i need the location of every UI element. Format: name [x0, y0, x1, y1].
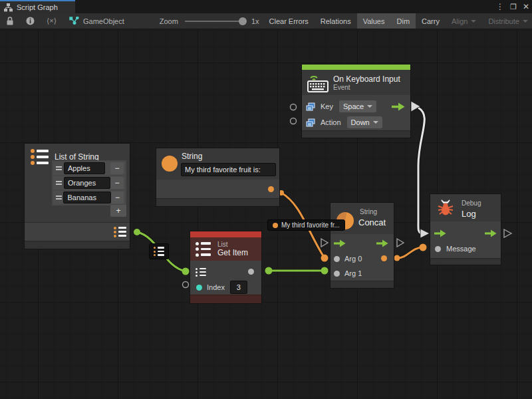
list-icon — [196, 242, 211, 257]
list-item-input[interactable]: Oranges — [64, 177, 110, 189]
graph-canvas[interactable]: On Keyboard Input Event Key Space — [0, 29, 532, 399]
bug-icon — [436, 198, 456, 217]
window-maximize-icon[interactable]: ❐ — [510, 3, 517, 11]
list-item-value: Oranges — [68, 179, 96, 187]
list-item-row: Bananas − — [53, 191, 125, 204]
clear-errors-button[interactable]: Clear Errors — [263, 13, 315, 29]
zoom-slider-handle[interactable] — [239, 17, 247, 25]
remove-item-button[interactable]: − — [110, 177, 124, 189]
wire-endpoint[interactable] — [321, 255, 329, 262]
chevron-down-icon — [523, 20, 528, 23]
unconnected-flow-port[interactable] — [504, 229, 511, 237]
wire-keyboard-to-log[interactable] — [418, 108, 424, 233]
list-input-port[interactable] — [196, 268, 206, 277]
unconnected-value-port[interactable] — [291, 118, 297, 124]
string-value-input[interactable]: My third favorite fruit is: — [181, 163, 276, 176]
zoom-slider[interactable] — [180, 13, 249, 29]
node-title: Log — [462, 209, 476, 219]
flow-output-arrow-icon[interactable] — [485, 229, 497, 237]
window-title-bar: Script Graph ⋮ ❐ ✕ — [0, 0, 532, 13]
node-list-of-string[interactable]: List of String Apples − — [25, 144, 130, 249]
unconnected-value-port[interactable] — [183, 282, 189, 288]
flow-wire-end-arrow[interactable] — [420, 229, 430, 238]
list-item-value: Bananas — [67, 194, 96, 201]
values-button[interactable]: Values — [357, 13, 391, 29]
node-title: String — [182, 152, 202, 161]
zoom-slider-track[interactable] — [185, 21, 243, 22]
action-dropdown[interactable]: Down — [347, 116, 382, 128]
list-inline-editor: Apples − Oranges − — [52, 160, 126, 205]
keycode-icon — [306, 102, 315, 111]
wire-endpoint[interactable] — [134, 229, 140, 235]
index-label: Index — [207, 283, 225, 291]
window-close-icon[interactable]: ✕ — [523, 2, 529, 11]
key-dropdown-value: Space — [343, 102, 364, 110]
wire-endpoint[interactable] — [394, 255, 400, 261]
remove-item-button[interactable]: − — [111, 192, 124, 203]
list-item-input[interactable]: Bananas — [63, 192, 110, 203]
index-input-port[interactable] — [196, 285, 202, 291]
script-graph-icon — [4, 3, 13, 12]
align-label: Align — [452, 17, 467, 25]
unconnected-value-port[interactable] — [291, 104, 297, 110]
arg1-label: Arg 1 — [344, 269, 362, 277]
message-label: Message — [446, 245, 476, 253]
node-concat[interactable]: String Concat Arg 0 Arg 1 — [331, 203, 394, 288]
drag-handle-icon[interactable] — [55, 181, 64, 184]
unconnected-flow-port[interactable] — [397, 239, 404, 247]
event-node-strip — [302, 65, 410, 70]
info-button[interactable] — [20, 13, 41, 29]
unconnected-flow-port[interactable] — [321, 239, 328, 247]
key-dropdown[interactable]: Space — [339, 100, 376, 112]
node-category: String — [360, 208, 377, 215]
node-string-literal[interactable]: String My third favorite fruit is: — [156, 148, 279, 206]
list-icon — [154, 247, 164, 256]
flow-output-arrow-icon[interactable] — [392, 102, 405, 111]
code-view-button[interactable]: ⟨×⟩ — [41, 13, 63, 29]
result-output-port[interactable] — [381, 255, 387, 261]
item-output-port[interactable] — [248, 269, 254, 275]
chevron-down-icon — [367, 105, 372, 108]
list-output-port[interactable] — [114, 227, 126, 237]
drag-handle-icon[interactable] — [55, 166, 64, 170]
lock-button[interactable] — [0, 13, 20, 29]
drag-handle-icon[interactable] — [55, 196, 63, 199]
string-type-icon — [162, 156, 178, 172]
carry-button[interactable]: Carry — [416, 13, 446, 29]
node-debug-log[interactable]: Debug Log Message — [430, 194, 501, 265]
message-input-port[interactable] — [435, 246, 441, 252]
zoom-value: 1x — [249, 13, 263, 29]
remove-item-button[interactable]: − — [110, 162, 124, 174]
add-item-button[interactable]: + — [110, 205, 126, 217]
flow-input-arrow-icon[interactable] — [334, 239, 346, 247]
arg1-input-port[interactable] — [334, 271, 340, 277]
list-icon — [31, 149, 49, 165]
index-input[interactable]: 3 — [230, 281, 247, 294]
node-title: Get Item — [217, 248, 248, 257]
wire-value-tooltip: My third favorite fr... — [267, 219, 345, 231]
wire-endpoint[interactable] — [321, 267, 329, 275]
wire-endpoint[interactable] — [182, 268, 190, 275]
relations-button[interactable]: Relations — [315, 13, 357, 29]
wire-endpoint[interactable] — [279, 190, 284, 196]
zoom-label: Zoom — [154, 13, 180, 29]
wire-endpoint[interactable] — [265, 267, 273, 275]
distribute-button[interactable]: Distribute — [482, 13, 532, 29]
string-output-port[interactable] — [268, 186, 274, 192]
window-menu-icon[interactable]: ⋮ — [496, 2, 504, 11]
gameobject-selector[interactable]: GameObject — [63, 13, 131, 29]
node-on-keyboard-input[interactable]: On Keyboard Input Event Key Space — [302, 65, 410, 138]
dim-button[interactable]: Dim — [391, 13, 416, 29]
flow-output-arrow-icon[interactable] — [376, 239, 388, 247]
tab-script-graph[interactable]: Script Graph — [0, 0, 75, 13]
node-title: On Keyboard Input — [333, 74, 400, 84]
error-node-strip — [190, 231, 261, 237]
list-item-input[interactable]: Apples — [64, 162, 105, 174]
node-get-item[interactable]: List Get Item Index 3 — [190, 231, 261, 303]
wire-endpoint[interactable] — [420, 244, 427, 251]
flow-input-arrow-icon[interactable] — [434, 229, 446, 237]
distribute-label: Distribute — [488, 17, 519, 25]
arg0-input-port[interactable] — [334, 256, 340, 262]
node-title: Concat — [358, 217, 386, 227]
align-button[interactable]: Align — [446, 13, 482, 29]
